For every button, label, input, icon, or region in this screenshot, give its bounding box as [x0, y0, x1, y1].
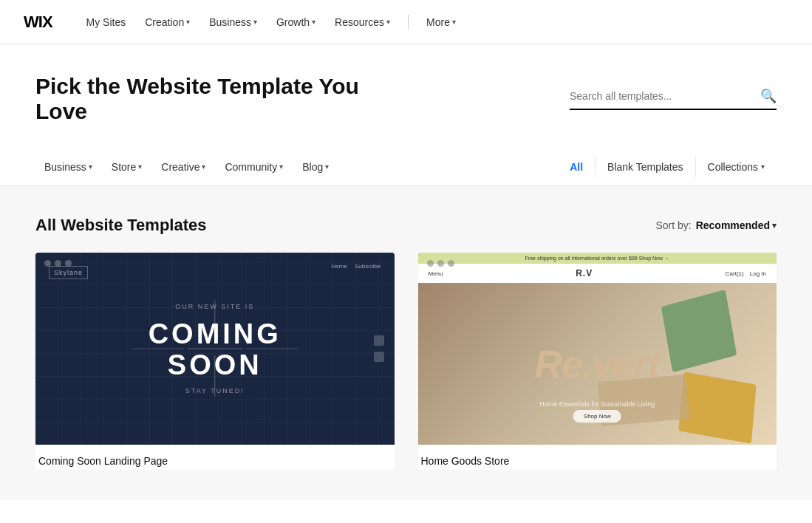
filter-blank-templates[interactable]: Blank Templates	[595, 157, 695, 177]
sort-value[interactable]: Recommended ▾	[696, 219, 777, 231]
template-name-home-goods: Home Goods Store	[418, 445, 777, 470]
home-goods-shop-btn: Shop Now	[573, 410, 621, 423]
resources-chevron-icon: ▾	[386, 18, 390, 26]
coming-soon-social	[374, 335, 384, 362]
coming-soon-bg: Skylane Home Subscribe OUR NEW SITE IS	[35, 253, 395, 445]
filter-bar: Business ▾ Store ▾ Creative ▾ Community …	[0, 148, 812, 186]
nav-my-sites[interactable]: My Sites	[79, 12, 134, 33]
nav-more[interactable]: More ▾	[419, 12, 463, 33]
business-chevron-icon: ▾	[253, 18, 257, 26]
filter-blog[interactable]: Blog ▾	[293, 157, 338, 177]
dot-5	[437, 260, 444, 267]
hero-section: Pick the Website Template You Love 🔍	[0, 44, 812, 148]
wix-logo[interactable]: WIX	[24, 13, 52, 32]
template-card-coming-soon[interactable]: Skylane Home Subscribe OUR NEW SITE IS	[35, 253, 395, 470]
coming-soon-logo: Skylane	[49, 266, 88, 279]
home-goods-topbar: Free shipping on all international order…	[418, 253, 777, 264]
template-name-coming-soon: Coming Soon Landing Page	[35, 445, 395, 470]
filter-all[interactable]: All	[558, 157, 595, 177]
home-goods-brand: R.V	[576, 268, 593, 278]
more-chevron-icon: ▾	[452, 18, 456, 26]
creation-chevron-icon: ▾	[186, 18, 190, 26]
community-filter-chevron-icon: ▾	[279, 163, 283, 171]
template-card-home-goods[interactable]: Free shipping on all international order…	[418, 253, 777, 470]
home-goods-menu: Menu	[429, 270, 443, 277]
home-goods-bg: Free shipping on all international order…	[418, 253, 777, 445]
nav-separator	[408, 15, 409, 30]
creative-filter-chevron-icon: ▾	[202, 163, 205, 171]
template-grid: Skylane Home Subscribe OUR NEW SITE IS	[35, 253, 777, 470]
search-icon[interactable]: 🔍	[760, 88, 777, 104]
window-dots	[44, 260, 72, 267]
section-title: All Website Templates	[35, 216, 206, 235]
home-goods-hero-img: Re.vert Home Essentials for Sustainable …	[418, 283, 777, 445]
blog-filter-chevron-icon: ▾	[325, 163, 329, 171]
filter-collections[interactable]: Collections ▾	[695, 157, 777, 177]
dot-6	[448, 260, 454, 267]
dot-3	[65, 260, 72, 267]
coming-soon-nav: Home Subscribe	[332, 263, 381, 270]
top-nav: WIX My Sites Creation ▾ Business ▾ Growt…	[0, 0, 812, 44]
filter-store[interactable]: Store ▾	[103, 157, 151, 177]
filter-creative[interactable]: Creative ▾	[152, 157, 214, 177]
home-goods-sub: Home Essentials for Sustainable Living	[539, 400, 655, 408]
hero-title: Pick the Website Template You Love	[35, 74, 390, 124]
main-content: All Website Templates Sort by: Recommend…	[0, 186, 812, 499]
home-goods-title: Re.vert	[535, 342, 660, 386]
nav-business[interactable]: Business ▾	[202, 12, 265, 33]
growth-chevron-icon: ▾	[312, 18, 315, 26]
store-filter-chevron-icon: ▾	[138, 163, 142, 171]
filter-business[interactable]: Business ▾	[35, 157, 101, 177]
search-input[interactable]	[570, 90, 754, 102]
sort-box: Sort by: Recommended ▾	[655, 219, 777, 231]
nav-creation[interactable]: Creation ▾	[137, 12, 197, 33]
template-preview-home-goods: Free shipping on all international order…	[418, 253, 777, 445]
soap-block-1	[661, 290, 737, 372]
sort-label: Sort by:	[655, 219, 691, 231]
template-preview-coming-soon: Skylane Home Subscribe OUR NEW SITE IS	[35, 253, 395, 445]
section-header: All Website Templates Sort by: Recommend…	[35, 216, 777, 235]
nav-growth[interactable]: Growth ▾	[269, 12, 323, 33]
search-box: 🔍	[570, 88, 777, 110]
filter-right: All Blank Templates Collections ▾	[558, 157, 777, 177]
collections-chevron-icon: ▾	[761, 163, 765, 171]
nav-resources[interactable]: Resources ▾	[327, 12, 398, 33]
social-icon-1	[374, 335, 384, 346]
dot-1	[44, 260, 51, 267]
business-filter-chevron-icon: ▾	[89, 163, 92, 171]
window-dots-2	[427, 260, 454, 267]
filter-left: Business ▾ Store ▾ Creative ▾ Community …	[35, 157, 558, 177]
dot-2	[55, 260, 61, 267]
home-goods-nav-right: Cart(1) Log In	[726, 270, 766, 277]
dot-4	[427, 260, 434, 267]
home-goods-nav: Menu R.V Cart(1) Log In	[418, 264, 777, 283]
nav-links: My Sites Creation ▾ Business ▾ Growth ▾ …	[79, 12, 788, 33]
sort-chevron-icon: ▾	[772, 221, 777, 230]
social-icon-2	[374, 352, 384, 362]
filter-community[interactable]: Community ▾	[216, 157, 292, 177]
coming-soon-overlay	[35, 253, 395, 445]
soap-block-2	[678, 372, 756, 443]
